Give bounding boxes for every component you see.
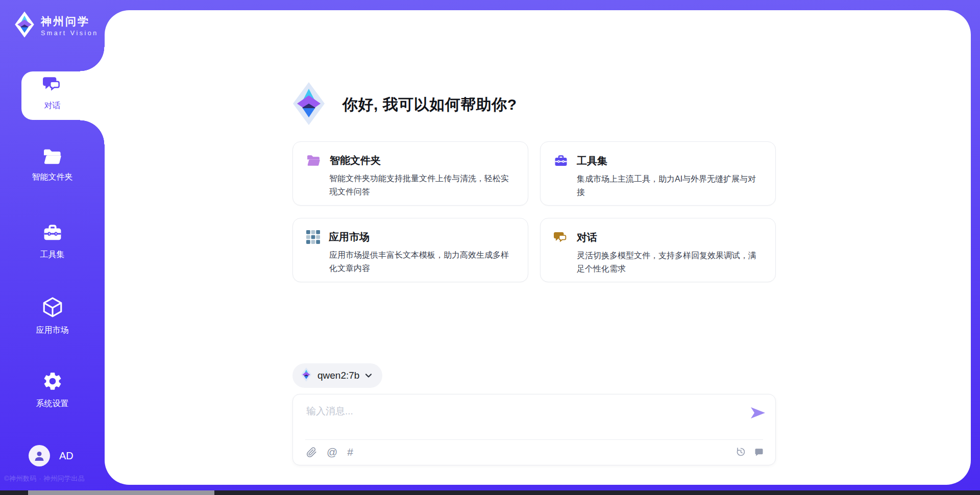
horizontal-scrollbar[interactable] bbox=[0, 490, 980, 495]
brand-diamond-icon bbox=[301, 367, 312, 384]
brand-diamond-icon bbox=[292, 82, 325, 128]
brand-name: 神州问学 bbox=[41, 14, 99, 29]
card-title: 对话 bbox=[577, 231, 597, 244]
greeting-block: 你好, 我可以如何帮助你? bbox=[292, 82, 517, 128]
sidebar-item-label: 系统设置 bbox=[36, 399, 69, 409]
chat-icon bbox=[43, 75, 62, 96]
sidebar-item-label: 智能文件夹 bbox=[32, 172, 73, 183]
chevron-down-icon bbox=[365, 371, 372, 380]
brand-logo: 神州问学 Smart Vision bbox=[13, 11, 99, 40]
message-composer: @ # bbox=[292, 394, 776, 465]
message-input[interactable] bbox=[293, 394, 732, 435]
tab-curve-top bbox=[80, 47, 105, 71]
model-selector[interactable]: qwen2:7b bbox=[292, 363, 382, 388]
feature-cards: 智能文件夹 智能文件夹功能支持批量文件上传与清洗，轻松实现文件问答 bbox=[292, 141, 776, 282]
app-window: 神州问学 Smart Vision 对话 智能文件夹 bbox=[0, 0, 980, 495]
card-title: 应用市场 bbox=[329, 230, 370, 244]
card-smart-folder[interactable]: 智能文件夹 智能文件夹功能支持批量文件上传与清洗，轻松实现文件问答 bbox=[292, 141, 528, 206]
card-description: 应用市场提供丰富长文本模板，助力高效生成多样化文章内容 bbox=[329, 249, 514, 275]
sidebar-item-chat[interactable]: 对话 bbox=[0, 75, 105, 111]
main-content: 你好, 我可以如何帮助你? 智能文件夹 智能文件夹功能支持批量文件上传与清洗，轻… bbox=[105, 10, 971, 485]
card-description: 灵活切换多模型文件，支持多样回复效果调试，满足个性化需求 bbox=[577, 249, 762, 276]
history-icon[interactable] bbox=[736, 447, 746, 457]
user-avatar-icon bbox=[29, 445, 50, 466]
scrollbar-thumb[interactable] bbox=[28, 490, 214, 495]
card-title: 工具集 bbox=[577, 154, 607, 168]
sidebar-item-label: 应用市场 bbox=[36, 325, 69, 336]
copyright-text: ©神州数码 · 神州问学出品 bbox=[4, 474, 106, 483]
sidebar-item-label: 工具集 bbox=[40, 250, 65, 260]
card-title: 智能文件夹 bbox=[330, 154, 381, 167]
grid-icon bbox=[306, 230, 320, 244]
chat-bubble-icon[interactable] bbox=[754, 447, 764, 457]
brand-subtitle: Smart Vision bbox=[41, 30, 99, 37]
chat-icon bbox=[554, 230, 568, 244]
attachment-icon[interactable] bbox=[306, 447, 317, 458]
card-description: 集成市场上主流工具，助力AI与外界无缝扩展与对接 bbox=[577, 172, 762, 199]
card-app-market[interactable]: 应用市场 应用市场提供丰富长文本模板，助力高效生成多样化文章内容 bbox=[292, 218, 528, 282]
composer-divider bbox=[305, 439, 763, 440]
sidebar-item-toolbox[interactable]: 工具集 bbox=[0, 222, 105, 260]
card-chat[interactable]: 对话 灵活切换多模型文件，支持多样回复效果调试，满足个性化需求 bbox=[540, 218, 776, 282]
sidebar-item-app-market[interactable]: 应用市场 bbox=[0, 296, 105, 336]
card-description: 智能文件夹功能支持批量文件上传与清洗，轻松实现文件问答 bbox=[329, 172, 514, 199]
sidebar-item-label: 对话 bbox=[44, 101, 61, 111]
tab-curve-bottom bbox=[80, 120, 105, 144]
card-toolbox[interactable]: 工具集 集成市场上主流工具，助力AI与外界无缝扩展与对接 bbox=[540, 141, 776, 206]
sidebar-item-settings[interactable]: 系统设置 bbox=[0, 370, 105, 409]
hash-icon[interactable]: # bbox=[347, 447, 353, 458]
settings-icon bbox=[42, 370, 63, 394]
user-profile[interactable]: AD bbox=[29, 445, 74, 466]
mention-icon[interactable]: @ bbox=[327, 447, 337, 458]
app-market-icon bbox=[41, 296, 64, 320]
toolbox-icon bbox=[554, 154, 568, 168]
folder-icon bbox=[306, 154, 321, 167]
user-name: AD bbox=[59, 450, 74, 462]
folder-icon bbox=[42, 148, 63, 167]
send-button[interactable] bbox=[750, 407, 766, 420]
greeting-title: 你好, 我可以如何帮助你? bbox=[342, 94, 517, 115]
sidebar-item-smart-folder[interactable]: 智能文件夹 bbox=[0, 148, 105, 183]
brand-diamond-icon bbox=[13, 11, 36, 40]
toolbox-icon bbox=[42, 222, 63, 245]
model-name: qwen2:7b bbox=[317, 370, 359, 381]
